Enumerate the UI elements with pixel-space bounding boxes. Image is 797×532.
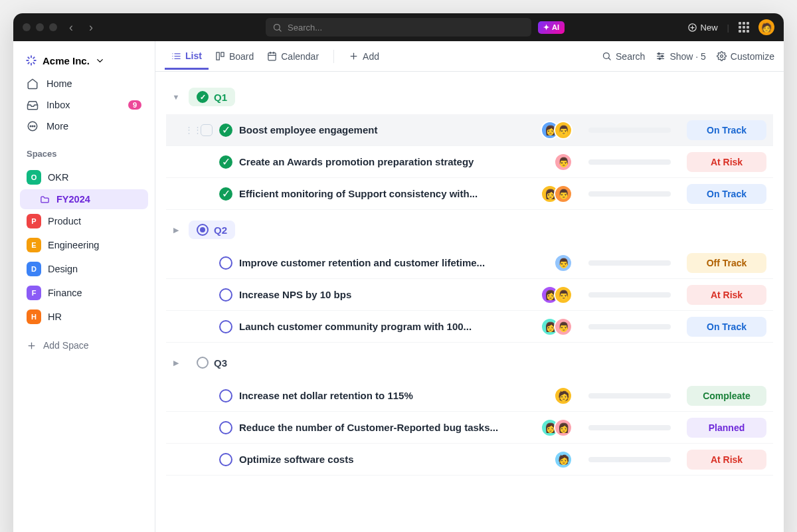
status-done-icon[interactable]: ✓: [219, 124, 232, 137]
search-icon: [602, 51, 612, 61]
task-row[interactable]: ⋮⋮ Improve customer retention and custom…: [166, 247, 773, 279]
window-controls[interactable]: [23, 23, 57, 31]
view-tab-label: Calendar: [281, 51, 319, 62]
forward-button[interactable]: ›: [85, 19, 97, 36]
apps-grid-icon[interactable]: [739, 22, 749, 33]
assignee-avatar[interactable]: 👨: [554, 153, 573, 171]
select-checkbox[interactable]: [201, 124, 213, 136]
status-tag[interactable]: At Risk: [687, 450, 766, 470]
status-tag[interactable]: At Risk: [687, 152, 766, 172]
workspace-switcher[interactable]: Acme Inc.: [20, 50, 148, 70]
task-row[interactable]: ⋮⋮ ✓ Create an Awards promotion preparat…: [166, 146, 773, 178]
task-title: Create an Awards promotion preparation s…: [239, 156, 547, 167]
task-title: Increase net dollar retention to 115%: [239, 390, 547, 401]
space-item-product[interactable]: PProduct: [20, 209, 148, 233]
assignee-avatar[interactable]: 👨: [554, 121, 573, 139]
task-row[interactable]: ⋮⋮ ✓ Boost employee engagement 👩👨 On Tra…: [166, 114, 773, 146]
space-child-fy2024[interactable]: FY2024: [20, 189, 148, 209]
space-item-finance[interactable]: FFinance: [20, 281, 148, 305]
group-header-q1[interactable]: ▼ ✓ Q1: [166, 84, 773, 114]
back-button[interactable]: ‹: [65, 19, 77, 36]
task-row[interactable]: ⋮⋮ Reduce the number of Customer-Reporte…: [166, 412, 773, 444]
space-icon: E: [27, 238, 41, 252]
assignee-avatar[interactable]: 🧑: [554, 387, 573, 405]
space-icon: O: [27, 170, 41, 185]
user-avatar[interactable]: 🧑: [758, 19, 774, 35]
group-header-q3[interactable]: ▶ Q3: [166, 349, 773, 380]
plus-circle-icon: [687, 23, 697, 33]
spaces-heading: Spaces: [20, 139, 148, 163]
assignee-group: 👩👨: [541, 286, 573, 304]
status-todo-icon[interactable]: [219, 256, 232, 270]
status-tag[interactable]: On Track: [687, 120, 766, 140]
assignee-avatar[interactable]: 👨: [554, 254, 573, 272]
progress-bar: [588, 128, 671, 133]
main-panel: ListBoardCalendar Add Search Show · 5: [155, 41, 784, 532]
drag-handle-icon[interactable]: ⋮⋮: [185, 125, 194, 135]
space-item-hr[interactable]: HHR: [20, 305, 148, 329]
status-todo-icon[interactable]: [219, 421, 232, 434]
space-item-okr[interactable]: OOKR: [20, 165, 148, 189]
add-space-label: Add Space: [43, 340, 89, 351]
status-done-icon[interactable]: ✓: [219, 155, 232, 169]
plus-icon: [27, 341, 37, 351]
global-search[interactable]: Search...: [266, 18, 531, 37]
assignee-avatar[interactable]: 👨: [554, 185, 573, 203]
view-toolbar: ListBoardCalendar Add Search Show · 5: [155, 41, 784, 72]
group-pill[interactable]: Q2: [189, 221, 235, 239]
svg-line-1: [279, 29, 281, 31]
nav-inbox[interactable]: Inbox9: [20, 94, 148, 116]
task-row[interactable]: ⋮⋮ ✓ Efficient monitoring of Support con…: [166, 178, 773, 210]
new-button[interactable]: New: [687, 23, 718, 33]
space-label: Design: [48, 264, 78, 274]
nav-more[interactable]: More: [20, 116, 148, 137]
status-tag[interactable]: On Track: [687, 317, 766, 337]
divider: [333, 50, 334, 63]
search-icon: [272, 23, 282, 33]
status-todo-icon[interactable]: [219, 288, 232, 302]
status-todo-icon[interactable]: [219, 389, 232, 402]
ai-badge[interactable]: ✦ AI: [538, 21, 565, 34]
chevron-right-icon[interactable]: ▶: [170, 357, 182, 369]
group-pill[interactable]: ✓ Q1: [189, 88, 235, 106]
task-title: Optimize software costs: [239, 454, 547, 465]
assignee-avatar[interactable]: 👨: [554, 317, 573, 336]
view-tab-list[interactable]: List: [165, 44, 209, 70]
status-todo-icon[interactable]: [219, 320, 232, 333]
group-header-q2[interactable]: ▶ Q2: [166, 217, 773, 247]
status-tag[interactable]: Compleate: [687, 386, 766, 406]
svg-rect-26: [221, 52, 224, 56]
add-space-button[interactable]: Add Space: [20, 335, 148, 355]
assignee-avatar[interactable]: 👩: [554, 418, 573, 437]
nav-home[interactable]: Home: [20, 73, 148, 94]
assignee-avatar[interactable]: 🧑: [554, 450, 573, 469]
add-view-button[interactable]: Add: [342, 44, 386, 68]
view-tab-calendar[interactable]: Calendar: [260, 44, 325, 68]
task-row[interactable]: ⋮⋮ Optimize software costs 🧑 At Risk: [166, 444, 773, 476]
task-row[interactable]: ⋮⋮ Launch customer community program wit…: [166, 311, 773, 343]
status-tag[interactable]: Off Track: [687, 253, 766, 273]
customize-button[interactable]: Customize: [717, 51, 774, 62]
status-tag[interactable]: Planned: [687, 418, 766, 438]
space-item-design[interactable]: DDesign: [20, 257, 148, 281]
chevron-right-icon[interactable]: ▶: [170, 224, 182, 236]
assignee-avatar[interactable]: 👨: [554, 286, 573, 304]
status-tag[interactable]: On Track: [687, 184, 766, 204]
status-done-icon[interactable]: ✓: [219, 187, 232, 201]
task-row[interactable]: ⋮⋮ Increase net dollar retention to 115%…: [166, 380, 773, 412]
status-tag[interactable]: At Risk: [687, 285, 766, 305]
space-item-engineering[interactable]: EEngineering: [20, 233, 148, 257]
inbox-badge: 9: [128, 100, 141, 110]
calendar-icon: [267, 51, 277, 61]
progress-bar: [588, 191, 671, 197]
sidebar: Acme Inc. HomeInbox9More Spaces OOKRFY20…: [13, 41, 155, 532]
view-tab-board[interactable]: Board: [209, 44, 260, 68]
group-pill[interactable]: Q3: [189, 353, 235, 372]
status-todo-icon[interactable]: [219, 453, 232, 466]
search-view-button[interactable]: Search: [602, 51, 645, 62]
task-row[interactable]: ⋮⋮ Increase NPS by 10 bps 👩👨 At Risk: [166, 279, 773, 311]
assignee-group: 👨: [554, 153, 573, 171]
space-icon: F: [27, 286, 41, 300]
chevron-down-icon[interactable]: ▼: [170, 91, 182, 103]
show-columns-button[interactable]: Show · 5: [656, 51, 705, 62]
